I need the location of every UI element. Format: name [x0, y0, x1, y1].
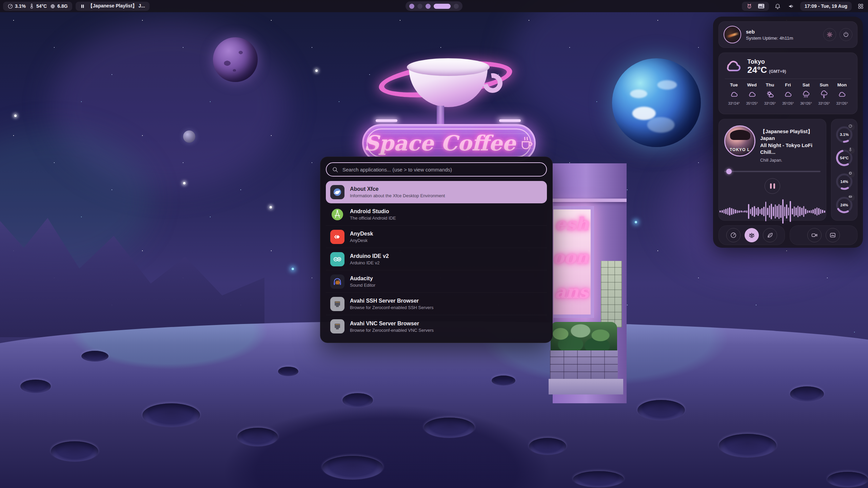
- balanced-profile-button[interactable]: [745, 228, 759, 242]
- visualizer-bar: [807, 210, 808, 213]
- visualizer-bar: [790, 201, 791, 222]
- weather-temp: 24°C: [747, 65, 767, 75]
- brick-planter: [550, 350, 618, 380]
- thermometer-icon: [848, 147, 852, 151]
- memory-stat: 6.8G: [50, 3, 67, 9]
- visualizer-bar: [744, 210, 746, 212]
- visualizer-bar: [780, 205, 782, 218]
- notifications-button[interactable]: [773, 1, 783, 11]
- visualizer-bar: [767, 208, 768, 215]
- app-row-android-studio[interactable]: Android Studio The official Android IDE: [326, 203, 547, 226]
- cat-icon[interactable]: [746, 3, 752, 9]
- weather-city: Tokyo: [747, 58, 786, 65]
- speedometer-icon: [730, 232, 737, 239]
- star-sparkle: [315, 69, 318, 72]
- launcher-search[interactable]: [326, 162, 547, 177]
- screen-record-button[interactable]: [807, 228, 822, 242]
- music-progress-handle[interactable]: [726, 169, 732, 174]
- app-desc: The official Android IDE: [350, 216, 396, 221]
- purple-planet: [213, 37, 258, 82]
- powersave-profile-button[interactable]: [763, 228, 777, 242]
- music-player: TOKYO L 【Japanese Playlist】 Japan All Ni…: [718, 119, 826, 221]
- disk-gauge: 24%: [835, 196, 853, 214]
- visualizer-bar: [738, 210, 740, 213]
- app-launcher: About Xfce Information about the Xfce De…: [320, 157, 553, 343]
- pause-icon: [80, 4, 85, 9]
- avatar[interactable]: [724, 26, 741, 43]
- star-sparkle: [14, 115, 17, 117]
- visualizer-bar: [754, 206, 755, 217]
- user-card: seb System Uptime: 4h11m: [718, 21, 857, 48]
- visualizer-bar: [792, 208, 793, 215]
- system-stats-pill: 3.1% 54°C 6.8G: [3, 2, 72, 11]
- app-name: Avahi VNC Server Browser: [350, 320, 434, 327]
- workspace-dot[interactable]: [426, 4, 431, 9]
- system-gauges: 3.1% 54°C 14% 24%: [831, 119, 857, 221]
- cafe-building: esh oon ans: [553, 163, 627, 403]
- visualizer-bar: [814, 208, 816, 215]
- dashboard-button[interactable]: [856, 1, 865, 11]
- disk-icon: [848, 195, 852, 199]
- leaf-icon: [767, 232, 773, 239]
- seek-bar[interactable]: [724, 169, 821, 174]
- cafe-step: [549, 379, 623, 394]
- app-row-anydesk[interactable]: AnyDesk AnyDesk: [326, 226, 547, 248]
- visualizer-bar: [719, 210, 721, 212]
- clock-pill[interactable]: 17:09 - Tue, 19 Aug: [800, 2, 852, 11]
- forecast-day: Tue 33°/24°: [725, 82, 743, 105]
- power-button[interactable]: [840, 28, 852, 41]
- forecast-day: Fri 35°/26°: [779, 82, 797, 105]
- app-row-about-xfce[interactable]: About Xfce Information about the Xfce De…: [326, 181, 547, 203]
- scales-icon: [748, 232, 755, 239]
- app-row-arduino[interactable]: Arduino IDE v2 Arduino IDE v2: [326, 248, 547, 270]
- app-row-avahi-ssh[interactable]: Avahi SSH Server Browser Browse for Zero…: [326, 293, 547, 315]
- visualizer-bar: [757, 207, 759, 216]
- visualizer-bar: [812, 209, 814, 214]
- forecast-day: Wed 35°/25°: [743, 82, 761, 105]
- visualizer-bar: [743, 211, 744, 212]
- cafe-window-text: ans: [554, 281, 589, 302]
- workspace-dot[interactable]: [434, 4, 451, 9]
- anydesk-icon: [330, 230, 344, 244]
- play-pause-button[interactable]: [765, 178, 780, 194]
- coffee-cup-rim: [407, 58, 490, 76]
- visualizer-bar: [756, 208, 757, 215]
- visualizer-bar: [725, 209, 727, 214]
- sign-lamp: [376, 119, 397, 122]
- grid-apps-icon: [857, 3, 864, 9]
- album-art: TOKYO L: [724, 125, 755, 157]
- visualizer-bar: [809, 210, 810, 213]
- workspace-indicator[interactable]: [406, 1, 462, 11]
- app-row-audacity[interactable]: Audacity Sound Editor: [326, 270, 547, 293]
- app-row-avahi-vnc[interactable]: Avahi VNC Server Browser Browse for Zero…: [326, 315, 547, 338]
- planter-greenery: [551, 322, 617, 352]
- visualizer-bar: [775, 204, 776, 219]
- workspace-dot[interactable]: [454, 4, 459, 9]
- visualizer-bar: [805, 209, 806, 214]
- now-playing-pill[interactable]: 【Japanese Playlist】 J...: [76, 2, 150, 11]
- visualizer-bar: [797, 206, 799, 217]
- weather-forecast: Tue 33°/24° Wed 35°/25° Thu 3: [725, 82, 851, 105]
- app-desc: Sound Editor: [350, 283, 375, 288]
- cafe-window: esh oon ans: [553, 206, 594, 318]
- volume-button[interactable]: [787, 1, 796, 11]
- workspace-dot[interactable]: [409, 4, 414, 9]
- neon-sign-text: Space Coffee: [364, 131, 516, 156]
- sun-cloud-icon: [766, 90, 774, 99]
- visualizer-bar: [741, 210, 742, 212]
- now-playing-label: 【Japanese Playlist】 J...: [88, 3, 145, 9]
- settings-button[interactable]: [823, 28, 836, 41]
- wallpaper-icon[interactable]: [758, 3, 765, 9]
- workspace-dot[interactable]: [417, 4, 422, 9]
- forecast-day: Sun 33°/26°: [815, 82, 833, 105]
- visualizer-bar: [769, 205, 770, 218]
- earth-planet: [612, 58, 701, 147]
- cloud-icon: [730, 90, 738, 99]
- arduino-icon: [330, 252, 344, 266]
- cpu-temp-gauge: 54°C: [835, 149, 853, 167]
- screenshot-button[interactable]: [826, 228, 840, 242]
- tiled-pillar: [601, 261, 622, 327]
- search-input[interactable]: [342, 167, 541, 172]
- thermometer-icon: [29, 3, 35, 9]
- performance-profile-button[interactable]: [726, 228, 741, 242]
